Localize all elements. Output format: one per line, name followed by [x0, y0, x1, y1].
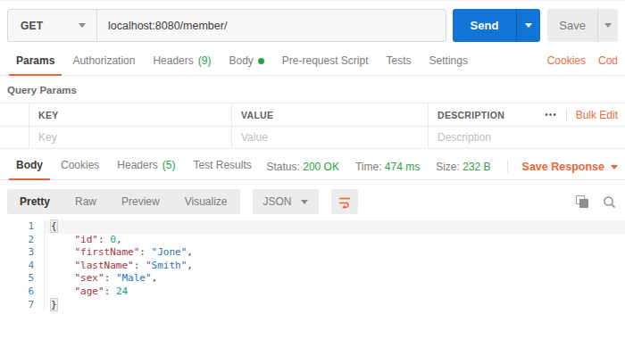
- url-control: GET: [7, 9, 446, 42]
- code-line: 4 "lastName": "Smith",: [0, 260, 625, 273]
- wrap-text-button[interactable]: [331, 189, 358, 214]
- view-visualize[interactable]: Visualize: [172, 189, 240, 214]
- line-number: 6: [0, 285, 45, 299]
- code-text: {: [45, 220, 625, 234]
- code-line: 7}: [0, 299, 625, 312]
- code-line: 5 "sex": "Male",: [0, 272, 625, 285]
- view-preview[interactable]: Preview: [109, 189, 172, 214]
- column-header-key: KEY: [29, 103, 232, 126]
- tab-headers[interactable]: Headers (9): [144, 46, 220, 75]
- save-options-button[interactable]: [597, 9, 618, 42]
- code-lines: 1{2 "id": 0,3 "firstName": "Jone",4 "las…: [0, 220, 625, 311]
- chevron-down-icon: [611, 165, 618, 170]
- method-label: GET: [21, 20, 43, 32]
- line-number: 4: [0, 260, 45, 273]
- param-description-input[interactable]: [438, 131, 616, 144]
- view-switcher: Pretty Raw Preview Visualize: [7, 189, 240, 214]
- tab-label: Pre-request Script: [282, 54, 369, 67]
- code-text: "lastName": "Smith",: [45, 260, 625, 273]
- request-tabs: Params Authorization Headers (9) Body Pr…: [0, 44, 625, 76]
- save-response-label: Save Response: [522, 161, 604, 173]
- line-number: 5: [0, 272, 45, 285]
- copy-icon[interactable]: [576, 195, 588, 208]
- url-row: GET Send Save: [0, 1, 625, 42]
- response-status-bar: Status: 200 OK Time: 474 ms Size: 232 B …: [267, 161, 618, 179]
- send-button-label: Send: [453, 9, 517, 42]
- tab-label: Tests: [387, 54, 412, 67]
- request-tabs-right: Cookies Cod: [547, 54, 618, 75]
- tab-response-body[interactable]: Body: [7, 151, 52, 179]
- url-input[interactable]: [97, 10, 446, 41]
- code-line: 2 "id": 0,: [0, 234, 625, 247]
- tab-label: Headers: [153, 54, 193, 67]
- line-number: 2: [0, 234, 45, 247]
- tab-count: (9): [198, 54, 212, 67]
- status-code: Status: 200 OK: [267, 161, 339, 173]
- line-number: 1: [0, 220, 45, 234]
- tab-authorization[interactable]: Authorization: [63, 46, 144, 75]
- method-select[interactable]: GET: [8, 10, 97, 41]
- row-gutter: [0, 127, 29, 148]
- tab-count: (5): [162, 159, 176, 171]
- param-value-input[interactable]: [241, 131, 419, 144]
- bulk-edit-link[interactable]: Bulk Edit: [576, 109, 618, 121]
- chevron-down-icon: [604, 23, 612, 28]
- tab-label: Settings: [429, 54, 468, 67]
- query-params-table: KEY VALUE DESCRIPTION ••• Bulk Edit: [0, 103, 625, 149]
- response-body-editor[interactable]: 1{2 "id": 0,3 "firstName": "Jone",4 "las…: [0, 220, 625, 311]
- save-response-button[interactable]: Save Response: [507, 161, 618, 173]
- tab-label: Body: [16, 159, 43, 171]
- send-button[interactable]: Send: [453, 9, 541, 42]
- status-label: Status:: [267, 161, 300, 173]
- line-number: 3: [0, 246, 45, 260]
- size-label: Size:: [436, 161, 460, 173]
- param-key-input[interactable]: [38, 131, 222, 144]
- response-time: Time: 474 ms: [355, 161, 420, 173]
- code-link[interactable]: Cod: [598, 54, 618, 67]
- query-params-header-row: KEY VALUE DESCRIPTION ••• Bulk Edit: [0, 103, 625, 127]
- tab-response-headers[interactable]: Headers (5): [108, 151, 184, 179]
- save-button[interactable]: Save: [547, 9, 618, 42]
- green-dot-icon: [258, 58, 264, 64]
- column-header-description: DESCRIPTION: [429, 103, 545, 126]
- code-text: "id": 0,: [45, 234, 625, 247]
- view-raw[interactable]: Raw: [62, 189, 109, 214]
- code-line: 6 "age": 24: [0, 285, 625, 299]
- column-header-value: VALUE: [232, 103, 429, 126]
- tab-tests[interactable]: Tests: [378, 46, 421, 75]
- tab-label: Authorization: [72, 54, 135, 67]
- tab-label: Cookies: [61, 159, 99, 171]
- tab-params[interactable]: Params: [7, 46, 63, 75]
- row-gutter: [0, 103, 29, 126]
- format-select[interactable]: JSON: [253, 189, 319, 214]
- response-tabs: Body Cookies Headers (5) Test Results St…: [0, 153, 625, 180]
- params-controls: ••• Bulk Edit: [545, 109, 625, 121]
- send-options-button[interactable]: [516, 9, 540, 42]
- query-params-input-row: [0, 127, 625, 149]
- cookies-link[interactable]: Cookies: [547, 54, 586, 67]
- size-value: 232 B: [462, 161, 490, 173]
- code-text: "sex": "Male",: [45, 272, 625, 285]
- more-options-icon[interactable]: •••: [545, 110, 557, 120]
- search-icon[interactable]: [603, 195, 616, 209]
- tab-body[interactable]: Body: [220, 46, 272, 75]
- time-label: Time:: [355, 161, 382, 173]
- tab-response-cookies[interactable]: Cookies: [52, 151, 108, 179]
- query-params-title: Query Params: [0, 76, 625, 103]
- response-toolbar: Pretty Raw Preview Visualize JSON: [0, 180, 625, 214]
- tab-settings[interactable]: Settings: [421, 46, 477, 75]
- save-button-label: Save: [547, 9, 597, 42]
- toolbar-right: [576, 195, 616, 209]
- time-value: 474 ms: [385, 161, 420, 173]
- code-text: "age": 24: [45, 285, 625, 299]
- code-line: 3 "firstName": "Jone",: [0, 246, 625, 260]
- tab-test-results[interactable]: Test Results: [184, 151, 260, 179]
- chevron-down-icon: [79, 23, 86, 28]
- tab-pre-request-script[interactable]: Pre-request Script: [273, 46, 378, 75]
- tab-label: Body: [229, 54, 253, 67]
- code-text: }: [45, 299, 625, 312]
- status-value: 200 OK: [303, 161, 339, 173]
- format-label: JSON: [263, 195, 292, 208]
- view-pretty[interactable]: Pretty: [7, 189, 62, 214]
- tab-label: Params: [16, 54, 54, 67]
